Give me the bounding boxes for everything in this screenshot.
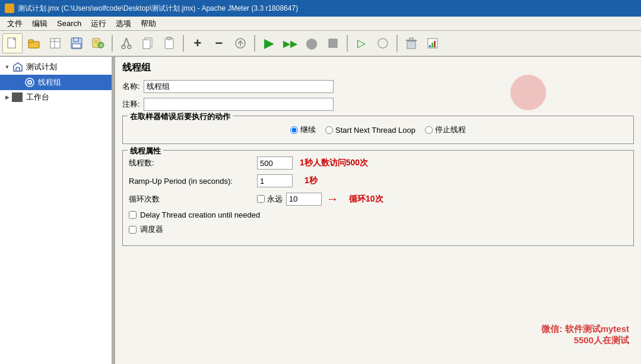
svg-rect-23 bbox=[167, 37, 172, 40]
title-bar: 测试计划.jmx (C:\Users\wolfcode\Desktop\测试计划… bbox=[0, 0, 641, 17]
copy-button[interactable] bbox=[138, 33, 158, 53]
stop-button[interactable]: ⬤ bbox=[302, 33, 322, 53]
delay-checkbox[interactable] bbox=[129, 211, 137, 219]
svg-rect-3 bbox=[28, 40, 33, 43]
svg-rect-4 bbox=[50, 39, 60, 48]
workbench-icon bbox=[12, 92, 23, 102]
svg-rect-34 bbox=[434, 41, 436, 47]
threadgroup-label: 线程组 bbox=[38, 77, 61, 88]
tree-item-threadgroup[interactable]: 线程组 bbox=[0, 75, 112, 90]
thread-props-section: 线程属性 线程数: 1秒人数访问500次 Ramp-Up Period (in … bbox=[122, 150, 634, 246]
menu-options[interactable]: 选项 bbox=[111, 17, 136, 30]
menu-bar: 文件 编辑 Search 运行 选项 帮助 bbox=[0, 17, 641, 31]
tree-item-testplan[interactable]: ▼ 测试计划 bbox=[0, 59, 112, 75]
new-button[interactable] bbox=[2, 33, 23, 53]
forever-label: 永远 bbox=[267, 194, 283, 205]
forever-checkbox[interactable] bbox=[257, 195, 265, 203]
loopcount-row: 循环次数 永远 → 循环10次 bbox=[129, 192, 627, 206]
add-button[interactable]: + bbox=[188, 33, 208, 53]
templates-button[interactable] bbox=[45, 33, 65, 53]
scheduler-row: 调度器 bbox=[129, 224, 627, 235]
toolbar-sep-2 bbox=[183, 35, 184, 52]
svg-rect-20 bbox=[143, 40, 150, 49]
menu-help[interactable]: 帮助 bbox=[136, 17, 161, 30]
paste-button[interactable] bbox=[159, 33, 179, 53]
report-button[interactable] bbox=[423, 33, 443, 53]
move-up-button[interactable] bbox=[230, 33, 250, 53]
testplan-label: 测试计划 bbox=[26, 62, 57, 72]
svg-marker-35 bbox=[14, 63, 22, 71]
delay-label: Delay Thread creation until needed bbox=[140, 210, 260, 219]
radio-startnext[interactable]: Start Next Thread Loop bbox=[325, 126, 415, 135]
threadcount-annotation: 1秒人数访问500次 bbox=[300, 158, 368, 168]
remote-stop-button[interactable] bbox=[373, 33, 393, 53]
loopcount-label: 循环次数 bbox=[129, 194, 253, 205]
save-button[interactable] bbox=[66, 33, 87, 53]
clear-button[interactable] bbox=[401, 33, 421, 53]
svg-rect-33 bbox=[431, 43, 433, 47]
svg-rect-9 bbox=[72, 44, 81, 48]
delete-button[interactable]: − bbox=[209, 33, 229, 53]
name-input[interactable] bbox=[144, 80, 334, 93]
panel-title: 线程组 bbox=[122, 62, 634, 74]
expand-icon-workbench[interactable]: ▶ bbox=[2, 92, 12, 102]
expand-icon[interactable]: ▼ bbox=[2, 62, 12, 72]
threadgroup-icon bbox=[24, 76, 36, 88]
rampup-input[interactable] bbox=[257, 174, 293, 187]
app-icon bbox=[5, 4, 14, 13]
svg-rect-28 bbox=[407, 41, 415, 49]
remote-run-button[interactable]: ▷ bbox=[351, 33, 372, 53]
comment-row: 注释: bbox=[122, 98, 634, 111]
comment-input[interactable] bbox=[144, 98, 334, 111]
svg-rect-22 bbox=[165, 39, 173, 49]
right-panel: 线程组 名称: 注释: 在取样器错误后要执行的动作 继续 Start Next … bbox=[115, 57, 641, 364]
watermark: 微信: 软件测试mytest 5500人在测试 bbox=[541, 324, 629, 346]
name-row: 名称: bbox=[122, 80, 634, 93]
threadcount-row: 线程数: 1秒人数访问500次 bbox=[129, 157, 627, 170]
run-all-button[interactable]: ▶▶ bbox=[280, 33, 300, 53]
svg-rect-30 bbox=[410, 38, 413, 40]
cut-button[interactable] bbox=[116, 33, 137, 53]
scheduler-checkbox[interactable] bbox=[129, 226, 137, 234]
stop-all-button[interactable] bbox=[323, 33, 343, 53]
expand-icon-thread bbox=[14, 78, 24, 87]
menu-edit[interactable]: 编辑 bbox=[27, 17, 52, 30]
watermark-line2: 5500人在测试 bbox=[541, 335, 629, 346]
workbench-label: 工作台 bbox=[26, 92, 49, 103]
toolbar-sep-5 bbox=[396, 35, 398, 52]
threadcount-input[interactable] bbox=[257, 157, 293, 170]
toolbar: ✓ + − ▶ ▶▶ ⬤ ▷ bbox=[0, 31, 641, 57]
svg-rect-32 bbox=[429, 45, 431, 47]
action-legend: 在取样器错误后要执行的动作 bbox=[128, 111, 233, 122]
main-layout: ▼ 测试计划 线程组 ▶ 工作台 线程组 名称: bbox=[0, 57, 641, 364]
open-button[interactable] bbox=[24, 33, 44, 53]
tree-item-workbench[interactable]: ▶ 工作台 bbox=[0, 90, 112, 104]
left-panel: ▼ 测试计划 线程组 ▶ 工作台 bbox=[0, 57, 113, 364]
radio-stopthread[interactable]: 停止线程 bbox=[425, 124, 466, 135]
comment-label: 注释: bbox=[122, 99, 140, 110]
menu-file[interactable]: 文件 bbox=[2, 17, 27, 30]
rampup-row: Ramp-Up Period (in seconds): 1秒 bbox=[129, 174, 627, 187]
name-label: 名称: bbox=[122, 81, 140, 92]
scheduler-label: 调度器 bbox=[140, 224, 163, 235]
run-button[interactable]: ▶ bbox=[259, 33, 279, 53]
menu-search[interactable]: Search bbox=[52, 18, 86, 29]
thread-props-legend: 线程属性 bbox=[128, 146, 163, 157]
svg-point-41 bbox=[28, 81, 31, 84]
revert-button[interactable]: ✓ bbox=[88, 33, 108, 53]
toolbar-sep-1 bbox=[112, 35, 113, 52]
svg-rect-26 bbox=[329, 39, 337, 47]
svg-point-27 bbox=[378, 39, 388, 48]
rampup-annotation: 1秒 bbox=[304, 175, 318, 186]
loopcount-input[interactable] bbox=[286, 193, 322, 206]
radio-row: 继续 Start Next Thread Loop 停止线程 bbox=[129, 121, 627, 139]
svg-text:✓: ✓ bbox=[100, 43, 104, 49]
radio-continue[interactable]: 继续 bbox=[290, 124, 316, 135]
toolbar-sep-4 bbox=[347, 35, 348, 52]
title-text: 测试计划.jmx (C:\Users\wolfcode\Desktop\测试计划… bbox=[18, 4, 298, 14]
rampup-label: Ramp-Up Period (in seconds): bbox=[129, 177, 253, 186]
watermark-line1: 微信: 软件测试mytest bbox=[541, 324, 629, 335]
menu-run[interactable]: 运行 bbox=[86, 17, 111, 30]
svg-rect-8 bbox=[74, 38, 78, 41]
loop-arrow-icon: → bbox=[326, 192, 338, 206]
